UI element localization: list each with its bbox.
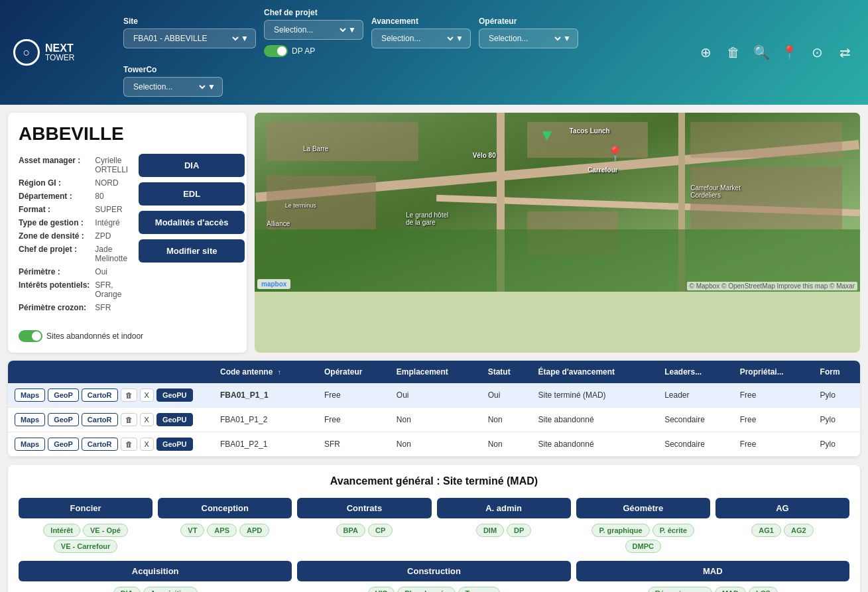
phase-tag[interactable]: P. graphique xyxy=(591,524,649,537)
geopu-button[interactable]: GeoPU xyxy=(156,413,193,426)
location-icon[interactable]: 📍 xyxy=(779,44,799,60)
operateur-label: Opérateur xyxy=(479,17,578,26)
operateur-dropdown[interactable]: Selection... xyxy=(486,33,563,44)
phase-tag[interactable]: VE - Opé xyxy=(83,524,128,537)
info-value: ZPD xyxy=(90,229,128,243)
geopu-button[interactable]: GeoPU xyxy=(156,388,193,402)
layers-icon[interactable]: ⊙ xyxy=(807,44,827,60)
avancement-select[interactable]: Selection... ▼ xyxy=(371,29,471,48)
info-row: Format :SUPER xyxy=(19,203,128,216)
action-btn-dia[interactable]: DIA xyxy=(139,154,245,177)
geop-button[interactable]: GeoP xyxy=(48,388,79,402)
phase-tag[interactable]: Acquisition xyxy=(143,587,198,592)
geop-button[interactable]: GeoP xyxy=(48,413,79,426)
info-value: NORD xyxy=(90,176,128,190)
phase-tag[interactable]: LCS xyxy=(749,587,778,592)
phase-tag[interactable]: Intérêt xyxy=(43,524,80,537)
th-etape[interactable]: Étape d'avancement xyxy=(532,361,658,383)
th-leaders[interactable]: Leaders... xyxy=(658,361,733,383)
phase-tag[interactable]: AG2 xyxy=(784,524,814,537)
info-row: Chef de projet :Jade Melinotte xyxy=(19,243,128,265)
th-operateur[interactable]: Opérateur xyxy=(318,361,390,383)
refresh-icon[interactable]: ⇄ xyxy=(835,44,855,60)
phase-tags: AG1AG2 xyxy=(715,524,849,537)
phase-tag[interactable]: VT xyxy=(180,524,204,537)
geop-button[interactable]: GeoP xyxy=(48,438,79,451)
phase-tag[interactable]: Travaux xyxy=(458,587,501,592)
action-btn-modifier-site[interactable]: Modifier site xyxy=(139,239,245,263)
statut-cell: Non xyxy=(481,408,532,432)
close-row-button[interactable]: X xyxy=(140,438,154,451)
phase-tag[interactable]: APS xyxy=(207,524,237,537)
towerco-select[interactable]: Selection... ▼ xyxy=(123,77,223,97)
phase-tag[interactable]: MAD xyxy=(715,587,746,592)
main-content: ABBEVILLE Asset manager :Cyrielle ORTELL… xyxy=(0,105,868,361)
maps-button[interactable]: Maps xyxy=(15,438,45,451)
operateur-select[interactable]: Selection... ▼ xyxy=(479,29,578,48)
phase-header: Foncier xyxy=(19,498,153,518)
phase-tag[interactable]: CP xyxy=(368,524,393,537)
etape-cell: Site abandonné xyxy=(532,408,658,432)
info-value: SUPER xyxy=(90,203,128,216)
phase-tag[interactable]: BPA xyxy=(336,524,365,537)
phase-tag[interactable]: APD xyxy=(239,524,269,537)
panel-top-row: Asset manager :Cyrielle ORTELLIRégion GI… xyxy=(19,154,236,325)
th-code-antenne[interactable]: Code antenne ↑ xyxy=(214,361,318,383)
th-proprietaire[interactable]: Propriétai... xyxy=(733,361,814,383)
maps-button[interactable]: Maps xyxy=(15,388,45,402)
delete-icon[interactable]: 🗑 xyxy=(723,45,743,60)
cartor-button[interactable]: CartoR xyxy=(82,388,118,402)
etape-cell: Site terminé (MAD) xyxy=(532,383,658,408)
delete-row-button[interactable]: 🗑 xyxy=(121,438,137,451)
proprietaire-cell: Free xyxy=(733,383,814,408)
phase-tag[interactable]: DMPC xyxy=(625,540,661,553)
row-actions: MapsGeoPCartoR🗑XGeoPU xyxy=(15,413,207,426)
code-antenne-cell: FBA01_P2_1 xyxy=(214,432,318,457)
phase-tag[interactable]: Récep travaux xyxy=(648,587,712,592)
phase-tag[interactable]: AG1 xyxy=(751,524,781,537)
phase-tag[interactable]: DIA xyxy=(113,587,141,592)
header-filters: Site FBA01 - ABBEVILLE ▼ Chef de projet … xyxy=(123,8,685,97)
geopu-button[interactable]: GeoPU xyxy=(156,438,193,451)
site-select[interactable]: FBA01 - ABBEVILLE ▼ xyxy=(123,29,256,48)
info-value: Cyrielle ORTELLI xyxy=(90,154,128,176)
action-btn-edl[interactable]: EDL xyxy=(139,182,245,206)
avancement-dropdown[interactable]: Selection... xyxy=(379,33,456,44)
phase-tag[interactable]: VIC xyxy=(368,587,395,592)
phase-tag[interactable]: DIM xyxy=(476,524,504,537)
sites-toggle-switch[interactable] xyxy=(19,330,42,342)
dp-ap-switch[interactable] xyxy=(264,45,288,57)
left-panel: ABBEVILLE Asset manager :Cyrielle ORTELL… xyxy=(8,113,247,353)
site-dropdown[interactable]: FBA01 - ABBEVILLE xyxy=(131,33,241,44)
maps-button[interactable]: Maps xyxy=(15,413,45,426)
logo-text: NEXTTOWER xyxy=(45,42,74,63)
th-form[interactable]: Form xyxy=(814,361,860,383)
delete-row-button[interactable]: 🗑 xyxy=(121,413,137,426)
towerco-dropdown[interactable]: Selection... xyxy=(131,82,208,92)
info-row: Asset manager :Cyrielle ORTELLI xyxy=(19,154,128,176)
phase-col: MADRécep travauxMADLCS xyxy=(576,561,849,592)
close-row-button[interactable]: X xyxy=(140,413,154,426)
th-statut[interactable]: Statut xyxy=(481,361,532,383)
th-emplacement[interactable]: Emplacement xyxy=(390,361,481,383)
phase-tag[interactable]: DP xyxy=(507,524,531,537)
phase-header: Construction xyxy=(297,561,570,581)
delete-row-button[interactable]: 🗑 xyxy=(121,388,137,402)
phase-tag[interactable]: VE - Carrefour xyxy=(54,540,118,553)
close-row-button[interactable]: X xyxy=(140,388,154,402)
info-label: Asset manager : xyxy=(19,154,90,176)
search-icon[interactable]: 🔍 xyxy=(751,44,771,60)
cartor-button[interactable]: CartoR xyxy=(82,438,118,451)
chef-select[interactable]: Selection... ▼ xyxy=(264,20,363,40)
phase-tag[interactable]: Plan de prév xyxy=(397,587,455,592)
action-btn-modalités-daccès[interactable]: Modalités d'accès xyxy=(139,211,245,234)
phase-col: ConceptionVTAPSAPD xyxy=(158,498,292,537)
chef-dropdown[interactable]: Selection... xyxy=(271,25,348,35)
towerco-label: TowerCo xyxy=(123,65,223,74)
cartor-button[interactable]: CartoR xyxy=(82,413,118,426)
operateur-cell: Free xyxy=(318,408,390,432)
add-icon[interactable]: ⊕ xyxy=(696,44,715,60)
phase-tag[interactable]: P. écrite xyxy=(652,524,694,537)
row-actions-cell: MapsGeoPCartoR🗑XGeoPU xyxy=(8,432,214,457)
table-row: MapsGeoPCartoR🗑XGeoPUFBA01_P1_1FreeOuiOu… xyxy=(8,383,860,408)
